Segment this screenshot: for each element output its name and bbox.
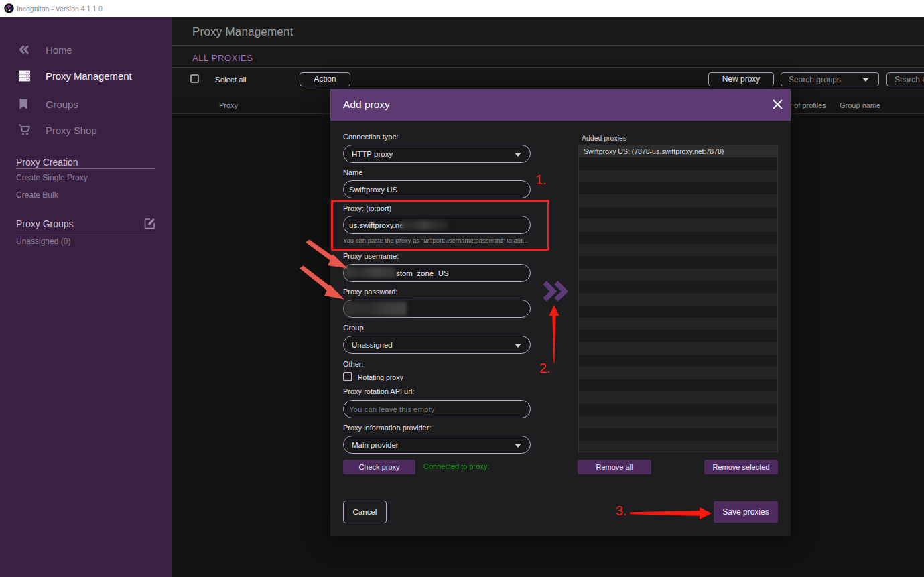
bookmark-icon[interactable] [18,98,30,110]
remove-all-button[interactable]: Remove all [578,460,651,474]
added-proxy-empty-row [579,342,777,355]
select-all-checkbox[interactable] [190,74,199,83]
column-header-group-name: Group name [840,101,880,109]
remove-selected-button[interactable]: Remove selected [704,460,778,474]
add-proxy-modal-title: Add proxy [343,99,390,111]
window-titlebar: Incogniton - Version 4.1.1.0 [0,0,924,17]
check-proxy-status: Connected to proxy: [423,462,489,470]
added-proxies-list[interactable]: Swiftproxy US: (7878-us.swiftproxy.net:7… [578,145,778,452]
proxy-username-value: stom_zone_US [396,269,449,277]
divider [16,231,155,231]
chevron-down-icon [515,444,521,448]
sidebar-item-label[interactable]: Proxy Management [46,70,131,82]
added-proxy-empty-row [579,293,777,305]
search-tags-placeholder: Search tags [895,75,924,84]
group-value: Unassigned [352,341,393,349]
added-proxy-empty-row [579,269,777,281]
group-select[interactable]: Unassigned [343,336,531,354]
sidebar-item-unassigned-group[interactable]: Unassigned (0) [16,237,70,246]
sidebar-item-create-bulk[interactable]: Create Bulk [16,190,58,200]
sidebar-item-proxy-shop[interactable]: Proxy Shop [0,119,172,141]
proxy-information-provider-select[interactable]: Main provider [343,436,531,454]
search-tags-input[interactable]: Search tags [886,72,924,86]
added-proxy-empty-row [579,318,777,330]
proxy-rotation-api-label: Proxy rotation API url: [343,387,414,395]
search-groups-select[interactable]: Search groups [781,72,879,86]
cart-icon[interactable] [18,124,30,136]
sidebar: Home Proxy Management Groups [0,17,172,577]
chevron-down-icon [515,344,521,348]
added-proxy-row[interactable]: Swiftproxy US: (7878-us.swiftproxy.net:7… [579,145,777,157]
proxy-helper-text: You can paste the proxy as "url:port:use… [343,237,528,244]
added-proxy-empty-row [579,182,777,194]
close-icon[interactable] [772,99,783,110]
sidebar-section-proxy-creation: Proxy Creation [16,157,78,168]
column-header-proxy: Proxy [219,101,238,109]
all-proxies-title: ALL PROXIES [192,53,253,63]
chevron-down-icon [515,153,521,157]
added-proxy-empty-row [579,355,777,367]
sidebar-item-label[interactable]: Groups [46,99,78,110]
all-proxies-section-header: ALL PROXIES [172,46,924,68]
added-proxy-empty-row [579,207,777,219]
app-window: Incogniton - Version 4.1.1.0 Home Proxy … [0,0,924,577]
server-icon[interactable] [18,70,30,82]
proxy-information-provider-label: Proxy information provider: [343,424,431,432]
action-button[interactable]: Action [300,72,350,86]
name-value: Swiftproxy US [349,186,397,194]
save-proxies-button[interactable]: Save proxies [714,501,778,523]
proxy-username-label: Proxy username: [343,252,399,260]
added-proxy-empty-row [579,244,777,256]
added-proxy-empty-row [579,391,777,403]
search-groups-placeholder: Search groups [789,75,841,84]
sidebar-item-home[interactable]: Home [0,39,172,60]
added-proxy-empty-row [579,281,777,293]
connection-type-value: HTTP proxy [352,150,393,158]
proxy-information-provider-value: Main provider [352,441,399,449]
connection-type-label: Connection type: [343,133,399,141]
name-label: Name [343,168,362,176]
proxy-value: us.swiftproxy.ne [349,221,404,229]
cancel-button[interactable]: Cancel [343,501,387,523]
add-proxy-modal-header: Add proxy [330,89,791,121]
redaction-blur [344,302,407,316]
sidebar-item-create-single-proxy[interactable]: Create Single Proxy [16,173,88,182]
sidebar-item-groups[interactable]: Groups [0,93,172,115]
rotating-proxy-label: Rotating proxy [358,373,403,381]
divider [16,168,155,169]
added-proxy-empty-row [579,330,777,342]
edit-icon[interactable] [144,217,156,229]
added-proxy-empty-row [579,441,777,452]
group-label: Group [343,324,364,332]
name-input[interactable]: Swiftproxy US [343,180,531,198]
added-proxy-empty-row [579,416,777,428]
added-proxy-empty-row [579,219,777,231]
added-proxy-empty-row [579,306,777,318]
sidebar-item-label[interactable]: Proxy Shop [46,125,97,136]
added-proxy-empty-row [579,194,777,206]
proxy-rotation-api-placeholder: You can leave this empty [349,405,434,413]
page-title: Proxy Management [192,25,293,39]
incogniton-logo-icon [4,3,14,13]
window-title: Incogniton - Version 4.1.1.0 [17,5,103,13]
chevrons-left-icon[interactable] [18,44,30,56]
page-header: Proxy Management [172,17,924,46]
select-all-label: Select all [215,76,247,84]
added-proxy-empty-row [579,157,777,170]
proxy-rotation-api-input[interactable]: You can leave this empty [343,400,531,418]
proxy-password-label: Proxy password: [343,287,397,296]
other-label: Other: [343,360,364,368]
connection-type-select[interactable]: HTTP proxy [343,145,531,163]
added-proxies-label: Added proxies [582,134,626,142]
redaction-blur [401,220,448,230]
added-proxy-empty-row [579,367,777,379]
rotating-proxy-checkbox[interactable] [343,372,352,381]
added-proxy-empty-row [579,404,777,416]
sidebar-item-proxy-management[interactable]: Proxy Management [0,65,172,86]
added-proxy-empty-row [579,379,777,391]
sidebar-section-proxy-groups: Proxy Groups [16,218,74,229]
chevron-down-icon [862,78,869,82]
new-proxy-button[interactable]: New proxy [708,72,774,86]
check-proxy-button[interactable]: Check proxy [343,460,415,474]
sidebar-item-label[interactable]: Home [46,44,72,56]
